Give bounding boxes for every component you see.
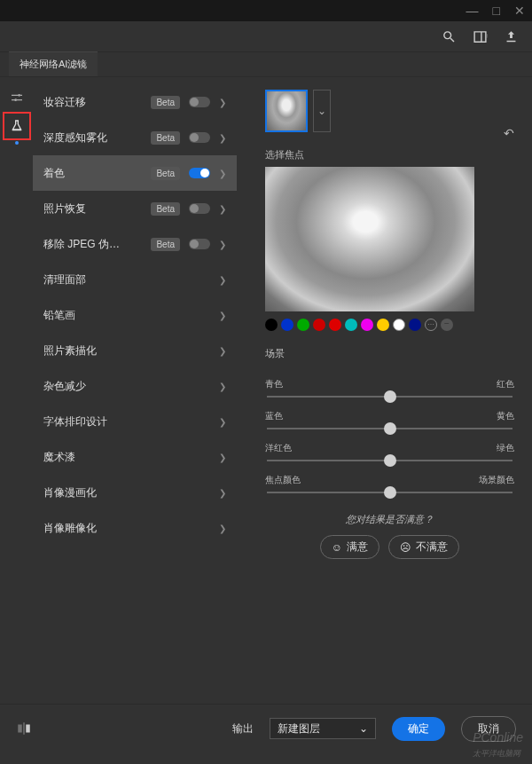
swatch-5[interactable] bbox=[345, 319, 357, 331]
swatch-9[interactable] bbox=[409, 319, 421, 331]
search-icon[interactable] bbox=[442, 29, 457, 44]
face-thumbnail[interactable] bbox=[265, 90, 308, 132]
swatch-8[interactable] bbox=[393, 319, 405, 331]
filter-list: 妆容迁移Beta❯深度感知雾化Beta❯着色Beta❯照片恢复Beta❯移除 J… bbox=[33, 77, 237, 704]
swatch-3[interactable] bbox=[313, 319, 325, 331]
chevron-right-icon: ❯ bbox=[219, 275, 226, 285]
filter-label: 着色 bbox=[43, 166, 151, 181]
slider-left-label: 焦点颜色 bbox=[265, 474, 301, 486]
swatch-7[interactable] bbox=[377, 319, 389, 331]
output-select[interactable]: 新建图层⌄ bbox=[270, 718, 376, 739]
swatch-4[interactable] bbox=[329, 319, 341, 331]
svg-point-0 bbox=[18, 94, 20, 97]
window-titlebar: — □ ✕ bbox=[0, 0, 532, 21]
ok-button[interactable]: 确定 bbox=[392, 717, 445, 741]
close-icon[interactable]: ✕ bbox=[514, 4, 525, 18]
chevron-right-icon: ❯ bbox=[219, 311, 226, 320]
filter-label: 照片恢复 bbox=[43, 201, 151, 217]
swatch-2[interactable] bbox=[297, 319, 309, 331]
slider-left-label: 蓝色 bbox=[265, 410, 283, 422]
slider-knob[interactable] bbox=[384, 454, 396, 467]
reset-icon[interactable]: ↶ bbox=[504, 126, 514, 140]
chevron-right-icon: ❯ bbox=[219, 204, 226, 214]
tab-neural-filters[interactable]: 神经网络AI滤镜 bbox=[9, 51, 98, 76]
filter-item-0[interactable]: 妆容迁移Beta❯ bbox=[33, 84, 237, 120]
sliders-icon[interactable] bbox=[10, 91, 24, 105]
layout-icon[interactable] bbox=[473, 29, 488, 44]
chevron-right-icon: ❯ bbox=[219, 346, 226, 356]
filter-item-5[interactable]: 清理面部❯ bbox=[33, 262, 237, 297]
filter-toggle[interactable] bbox=[189, 239, 210, 249]
chevron-down-icon: ⌄ bbox=[359, 722, 368, 735]
slider-track[interactable] bbox=[267, 428, 512, 429]
filter-item-10[interactable]: 魔术漆❯ bbox=[33, 439, 237, 475]
filter-toggle[interactable] bbox=[189, 203, 210, 214]
filter-toggle[interactable] bbox=[189, 168, 210, 178]
chevron-right-icon: ❯ bbox=[219, 524, 226, 533]
slider-track[interactable] bbox=[267, 492, 512, 493]
filter-label: 妆容迁移 bbox=[43, 95, 151, 110]
chevron-right-icon: ❯ bbox=[219, 488, 226, 498]
slider-left-label: 青色 bbox=[265, 378, 283, 390]
filter-label: 杂色减少 bbox=[43, 379, 219, 394]
filter-toggle[interactable] bbox=[189, 97, 210, 107]
swatch-more[interactable]: ⋯ bbox=[425, 319, 437, 331]
preview-image[interactable] bbox=[265, 167, 474, 311]
footer-bar: 输出 新建图层⌄ 确定 取消 bbox=[0, 704, 532, 752]
frown-icon: ☹ bbox=[400, 541, 411, 554]
thumbnail-dropdown[interactable]: ⌄ bbox=[313, 90, 331, 132]
tabs-bar: 神经网络AI滤镜 bbox=[0, 52, 532, 77]
share-icon[interactable] bbox=[504, 29, 519, 44]
slider-2: 洋红色绿色 bbox=[265, 442, 514, 461]
right-panel: ⌄ ↶ 选择焦点 ⋯− 场景 青色红色 蓝色黄色 洋红色绿色 焦点颜色场景颜色 … bbox=[237, 77, 532, 704]
filter-item-2[interactable]: 着色Beta❯ bbox=[33, 155, 237, 191]
feedback-yes-button[interactable]: ☺满意 bbox=[320, 535, 379, 559]
filter-item-3[interactable]: 照片恢复Beta❯ bbox=[33, 191, 237, 226]
chevron-right-icon: ❯ bbox=[219, 98, 226, 107]
feedback-section: 您对结果是否满意？ ☺满意 ☹不满意 bbox=[265, 513, 514, 559]
swatch-0[interactable] bbox=[265, 319, 278, 331]
slider-right-label: 黄色 bbox=[497, 410, 514, 422]
filter-item-12[interactable]: 肖像雕像化❯ bbox=[33, 510, 237, 546]
color-swatches: ⋯− bbox=[265, 319, 514, 331]
filter-item-4[interactable]: 移除 JPEG 伪…Beta❯ bbox=[33, 226, 237, 262]
filter-item-11[interactable]: 肖像漫画化❯ bbox=[33, 475, 237, 510]
chevron-right-icon: ❯ bbox=[219, 169, 226, 178]
slider-right-label: 绿色 bbox=[497, 442, 514, 454]
filter-item-1[interactable]: 深度感知雾化Beta❯ bbox=[33, 120, 237, 155]
swatch-6[interactable] bbox=[361, 319, 373, 331]
swatch-1[interactable] bbox=[281, 319, 293, 331]
filter-label: 肖像雕像化 bbox=[43, 521, 219, 536]
chevron-right-icon: ❯ bbox=[219, 453, 226, 462]
maximize-icon[interactable]: □ bbox=[493, 4, 500, 18]
minimize-icon[interactable]: — bbox=[466, 4, 479, 18]
slider-track[interactable] bbox=[267, 396, 512, 398]
slider-left-label: 洋红色 bbox=[265, 442, 292, 454]
filter-item-8[interactable]: 杂色减少❯ bbox=[33, 368, 237, 404]
compare-icon[interactable] bbox=[16, 721, 32, 736]
filter-label: 照片素描化 bbox=[43, 343, 219, 358]
filter-label: 魔术漆 bbox=[43, 450, 219, 465]
swatch-remove[interactable]: − bbox=[441, 319, 453, 331]
chevron-right-icon: ❯ bbox=[219, 382, 226, 391]
filter-item-7[interactable]: 照片素描化❯ bbox=[33, 333, 237, 368]
slider-knob[interactable] bbox=[384, 486, 396, 499]
slider-knob[interactable] bbox=[384, 390, 396, 403]
smile-icon: ☺ bbox=[332, 541, 342, 554]
slider-knob[interactable] bbox=[384, 422, 396, 435]
left-rail bbox=[0, 77, 33, 704]
feedback-no-button[interactable]: ☹不满意 bbox=[388, 535, 459, 559]
focus-label: 选择焦点 bbox=[265, 148, 514, 161]
cancel-button[interactable]: 取消 bbox=[461, 716, 516, 742]
filter-item-6[interactable]: 铅笔画❯ bbox=[33, 297, 237, 333]
chevron-right-icon: ❯ bbox=[219, 417, 226, 427]
slider-track[interactable] bbox=[267, 460, 512, 461]
filter-label: 字体排印设计 bbox=[43, 414, 219, 429]
filter-toggle[interactable] bbox=[189, 132, 210, 143]
chevron-right-icon: ❯ bbox=[219, 240, 226, 249]
lab-icon-highlight[interactable] bbox=[3, 112, 31, 140]
filter-item-9[interactable]: 字体排印设计❯ bbox=[33, 404, 237, 439]
beta-badge: Beta bbox=[151, 167, 180, 180]
filter-label: 移除 JPEG 伪… bbox=[43, 237, 151, 252]
chevron-right-icon: ❯ bbox=[219, 133, 226, 143]
